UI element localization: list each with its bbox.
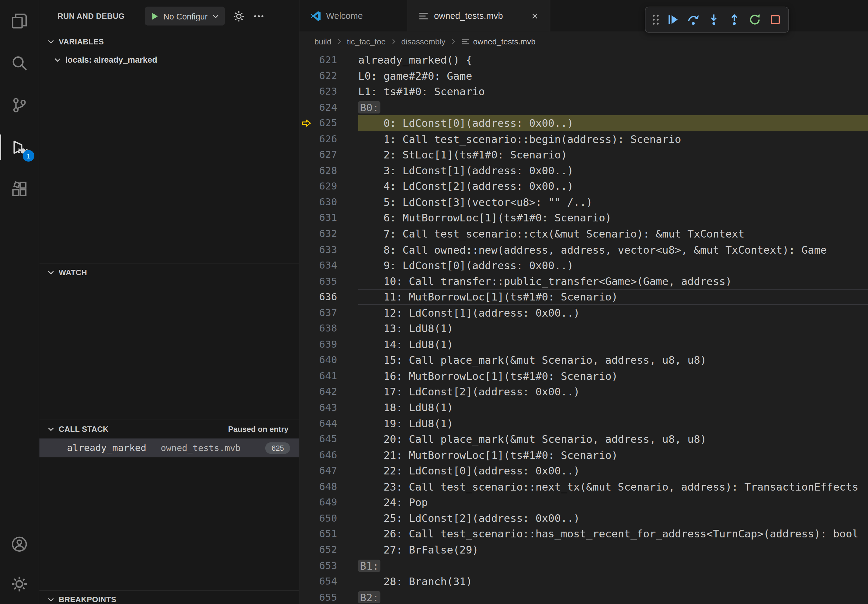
breakpoint-gutter[interactable] bbox=[299, 321, 313, 336]
code-line[interactable]: 622L0: game#2#0: Game bbox=[299, 68, 868, 84]
code-line[interactable]: 643 18: LdU8(1) bbox=[299, 400, 868, 415]
debug-gear-icon[interactable] bbox=[233, 10, 245, 22]
code-text[interactable]: 9: LdConst[0](address: 0x00..) bbox=[358, 258, 868, 273]
breakpoint-gutter[interactable] bbox=[299, 558, 313, 574]
code-text[interactable]: 8: Call owned::new(address, address, vec… bbox=[358, 242, 868, 258]
activity-source-control[interactable] bbox=[0, 84, 39, 126]
breakpoint-gutter[interactable] bbox=[299, 163, 313, 178]
breakpoint-gutter[interactable] bbox=[299, 336, 313, 352]
breakpoint-gutter[interactable] bbox=[299, 574, 313, 589]
breakpoint-gutter[interactable] bbox=[299, 368, 313, 384]
breakpoint-gutter[interactable] bbox=[299, 242, 313, 258]
code-text[interactable]: 26: Call test_scenario::has_most_recent_… bbox=[358, 526, 868, 542]
debug-config-dropdown[interactable]: No Configur bbox=[145, 7, 225, 26]
stop-button[interactable] bbox=[765, 9, 786, 30]
code-text[interactable]: B2: bbox=[358, 589, 868, 604]
code-text[interactable]: 19: LdU8(1) bbox=[358, 415, 868, 431]
code-line[interactable]: 646 21: MutBorrowLoc[1](ts#1#0: Scenario… bbox=[299, 447, 868, 463]
breakpoint-gutter[interactable] bbox=[299, 99, 313, 115]
code-text[interactable]: 23: Call test_scenario::next_tx(&mut Sce… bbox=[358, 479, 868, 494]
code-line[interactable]: 653B1: bbox=[299, 558, 868, 574]
code-line[interactable]: 634 9: LdConst[0](address: 0x00..) bbox=[299, 258, 868, 273]
code-text[interactable]: 22: LdConst[0](address: 0x00..) bbox=[358, 463, 868, 479]
breadcrumb-item[interactable]: disassembly bbox=[401, 37, 445, 46]
code-line[interactable]: 625 0: LdConst[0](address: 0x00..) bbox=[299, 115, 868, 131]
section-watch[interactable]: WATCH bbox=[39, 263, 299, 281]
continue-button[interactable] bbox=[663, 9, 683, 30]
code-line[interactable]: 631 6: MutBorrowLoc[1](ts#1#0: Scenario) bbox=[299, 210, 868, 226]
code-text[interactable]: 21: MutBorrowLoc[1](ts#1#0: Scenario) bbox=[358, 447, 868, 463]
breakpoint-gutter[interactable] bbox=[299, 384, 313, 400]
section-variables[interactable]: VARIABLES bbox=[39, 32, 299, 51]
close-icon[interactable] bbox=[530, 11, 539, 20]
code-line[interactable]: 636 11: MutBorrowLoc[1](ts#1#0: Scenario… bbox=[299, 289, 868, 305]
restart-button[interactable] bbox=[744, 9, 765, 30]
activity-search[interactable] bbox=[0, 42, 39, 84]
code-text[interactable]: 2: StLoc[1](ts#1#0: Scenario) bbox=[358, 147, 868, 163]
code-line[interactable]: 642 17: LdConst[2](address: 0x00..) bbox=[299, 384, 868, 400]
breakpoint-gutter[interactable] bbox=[299, 258, 313, 273]
tab-welcome[interactable]: Welcome bbox=[299, 0, 408, 32]
breakpoint-gutter[interactable] bbox=[299, 431, 313, 447]
breakpoint-gutter[interactable] bbox=[299, 542, 313, 558]
breakpoint-gutter[interactable] bbox=[299, 210, 313, 226]
breakpoint-gutter[interactable] bbox=[299, 194, 313, 210]
code-line[interactable]: 632 7: Call test_scenario::ctx(&mut Scen… bbox=[299, 226, 868, 242]
code-line[interactable]: 647 22: LdConst[0](address: 0x00..) bbox=[299, 463, 868, 479]
code-text[interactable]: already_marked() { bbox=[358, 52, 868, 68]
code-text[interactable]: 7: Call test_scenario::ctx(&mut Scenario… bbox=[358, 226, 868, 242]
code-text[interactable]: 13: LdU8(1) bbox=[358, 321, 868, 336]
breadcrumb-item[interactable]: owned_tests.mvb bbox=[461, 37, 535, 46]
code-text[interactable]: 16: MutBorrowLoc[1](ts#1#0: Scenario) bbox=[358, 368, 868, 384]
step-over-button[interactable] bbox=[683, 9, 704, 30]
code-text[interactable]: 17: LdConst[2](address: 0x00..) bbox=[358, 384, 868, 400]
code-text[interactable]: 14: LdU8(1) bbox=[358, 336, 868, 352]
activity-run-and-debug[interactable]: 1 bbox=[0, 126, 39, 168]
code-line[interactable]: 645 20: Call place_mark(&mut Scenario, a… bbox=[299, 431, 868, 447]
code-text[interactable]: 15: Call place_mark(&mut Scenario, addre… bbox=[358, 352, 868, 368]
code-line[interactable]: 626 1: Call test_scenario::begin(address… bbox=[299, 131, 868, 147]
code-line[interactable]: 627 2: StLoc[1](ts#1#0: Scenario) bbox=[299, 147, 868, 163]
code-line[interactable]: 654 28: Branch(31) bbox=[299, 574, 868, 589]
code-text[interactable]: 0: LdConst[0](address: 0x00..) bbox=[358, 115, 868, 131]
code-text[interactable]: 20: Call place_mark(&mut Scenario, addre… bbox=[358, 431, 868, 447]
breakpoint-gutter[interactable] bbox=[299, 479, 313, 494]
breakpoint-gutter[interactable] bbox=[299, 273, 313, 289]
code-line[interactable]: 644 19: LdU8(1) bbox=[299, 415, 868, 431]
breakpoint-gutter[interactable] bbox=[299, 147, 313, 163]
activity-account[interactable] bbox=[0, 524, 39, 564]
code-text[interactable]: 24: Pop bbox=[358, 494, 868, 510]
code-line[interactable]: 633 8: Call owned::new(address, address,… bbox=[299, 242, 868, 258]
section-breakpoints[interactable]: BREAKPOINTS bbox=[39, 590, 299, 604]
code-text[interactable]: L1: ts#1#0: Scenario bbox=[358, 84, 868, 99]
variables-scope-locals[interactable]: locals: already_marked bbox=[39, 51, 299, 69]
code-line[interactable]: 635 10: Call transfer::public_transfer<G… bbox=[299, 273, 868, 289]
code-text[interactable]: 4: LdConst[2](address: 0x00..) bbox=[358, 178, 868, 194]
breakpoint-gutter[interactable] bbox=[299, 415, 313, 431]
code-line[interactable]: 651 26: Call test_scenario::has_most_rec… bbox=[299, 526, 868, 542]
stack-frame-row[interactable]: already_marked owned_tests.mvb 625 bbox=[39, 438, 299, 457]
breakpoint-gutter[interactable] bbox=[299, 589, 313, 604]
code-line[interactable]: 628 3: LdConst[1](address: 0x00..) bbox=[299, 163, 868, 178]
section-call-stack[interactable]: CALL STACK Paused on entry bbox=[39, 420, 299, 438]
code-text[interactable]: 3: LdConst[1](address: 0x00..) bbox=[358, 163, 868, 178]
code-line[interactable]: 652 27: BrFalse(29) bbox=[299, 542, 868, 558]
code-text[interactable]: 12: LdConst[1](address: 0x00..) bbox=[358, 305, 868, 321]
code-text[interactable]: 5: LdConst[3](vector<u8>: "" /..) bbox=[358, 194, 868, 210]
code-text[interactable]: L0: game#2#0: Game bbox=[358, 68, 868, 84]
breakpoint-gutter[interactable] bbox=[299, 447, 313, 463]
code-line[interactable]: 637 12: LdConst[1](address: 0x00..) bbox=[299, 305, 868, 321]
code-line[interactable]: 624B0: bbox=[299, 99, 868, 115]
tab-owned-tests-mvb[interactable]: owned_tests.mvb bbox=[408, 0, 550, 32]
breakpoint-gutter[interactable] bbox=[299, 68, 313, 84]
views-ellipsis-icon[interactable] bbox=[253, 10, 265, 22]
code-line[interactable]: 640 15: Call place_mark(&mut Scenario, a… bbox=[299, 352, 868, 368]
breakpoint-gutter[interactable] bbox=[299, 352, 313, 368]
code-line[interactable]: 650 25: LdConst[2](address: 0x00..) bbox=[299, 510, 868, 526]
code-line[interactable]: 623L1: ts#1#0: Scenario bbox=[299, 84, 868, 99]
code-text[interactable]: 28: Branch(31) bbox=[358, 574, 868, 589]
breakpoint-gutter[interactable] bbox=[299, 463, 313, 479]
code-text[interactable]: 25: LdConst[2](address: 0x00..) bbox=[358, 510, 868, 526]
code-text[interactable]: 27: BrFalse(29) bbox=[358, 542, 868, 558]
breadcrumb-item[interactable]: build bbox=[315, 37, 332, 46]
